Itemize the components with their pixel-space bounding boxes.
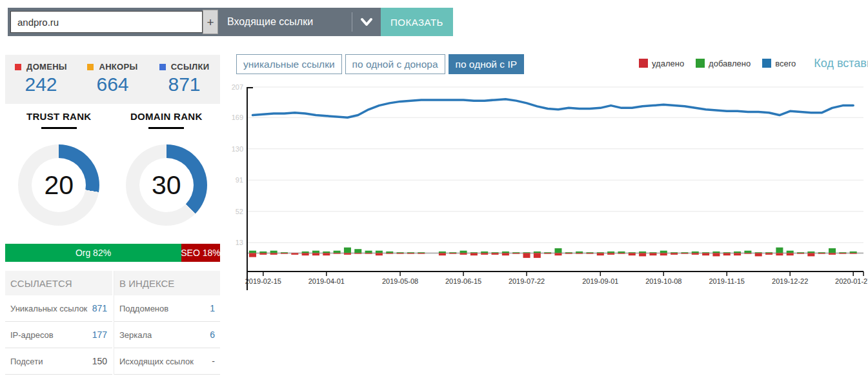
svg-text:91: 91: [236, 176, 243, 184]
svg-text:2019-11-15: 2019-11-15: [709, 277, 745, 285]
summary-label: ССЫЛКИ: [171, 62, 210, 72]
links-marker-icon: [159, 64, 166, 70]
refers-header: ССЫЛАЕТСЯ: [5, 271, 112, 295]
svg-text:169: 169: [232, 114, 243, 121]
svg-text:2019-09-01: 2019-09-01: [582, 277, 618, 285]
search-bar: + Входящие ссылки ПОКАЗАТЬ: [8, 8, 453, 36]
added-marker-icon: [696, 59, 705, 68]
legend-label: всего: [775, 59, 796, 68]
table-row: IP-адресов 177: [5, 322, 112, 348]
links-dynamics-chart: 2071691309152132019-02-152019-04-012019-…: [229, 79, 868, 293]
table-row: Исходящих ссылок -: [114, 348, 220, 375]
row-value[interactable]: 177: [92, 330, 107, 340]
row-label: Исходящих ссылок: [119, 357, 194, 366]
refers-column: ССЫЛАЕТСЯ Уникальных ссылок 871 IP-адрес…: [5, 271, 112, 375]
domains-marker-icon: [15, 64, 21, 70]
domain-rank-value: 30: [126, 144, 207, 226]
org-segment: Org 82%: [5, 244, 181, 262]
tab-one-per-donor[interactable]: по одной с донора: [345, 54, 445, 74]
summary-item-links: ССЫЛКИ 871: [148, 55, 220, 104]
summary-value: 242: [5, 74, 77, 95]
tab-one-per-ip[interactable]: по одной с IP: [449, 54, 525, 74]
chart-mode-tabs: уникальные ссылки по одной с донора по о…: [236, 54, 527, 74]
summary-item-anchors: АНКОРЫ 664: [77, 55, 148, 104]
removed-marker-icon: [639, 59, 648, 68]
svg-text:2019-04-01: 2019-04-01: [308, 277, 345, 285]
trust-rank-title: TRUST RANK: [5, 111, 113, 122]
row-label: Зеркала: [119, 330, 152, 340]
domain-rank-title: DOMAIN RANK: [113, 111, 221, 122]
summary-item-domains: ДОМЕНЫ 242: [5, 55, 77, 104]
index-header: В ИНДЕКСЕ: [114, 271, 220, 295]
svg-text:2019-12-22: 2019-12-22: [772, 277, 808, 285]
summary-value: 664: [77, 74, 148, 95]
chart-legend: удалено добавлено всего Код вставки: [639, 55, 868, 72]
svg-text:130: 130: [232, 145, 243, 153]
legend-item-added: добавлено: [696, 59, 751, 68]
rank-titles: TRUST RANK DOMAIN RANK: [5, 111, 220, 129]
summary-label: АНКОРЫ: [99, 62, 137, 72]
title-underline: [41, 127, 77, 129]
legend-item-total: всего: [762, 59, 796, 68]
show-button[interactable]: ПОКАЗАТЬ: [381, 8, 453, 36]
svg-text:2019-10-08: 2019-10-08: [645, 277, 681, 285]
row-label: Поддоменов: [119, 304, 168, 313]
summary-stats-panel: ДОМЕНЫ 242 АНКОРЫ 664 ССЫЛКИ 871: [5, 55, 220, 104]
embed-code-link[interactable]: Код вставки: [814, 57, 868, 70]
table-row: Поддоменов 1: [114, 295, 220, 322]
row-label: IP-адресов: [10, 330, 54, 340]
index-column: В ИНДЕКСЕ Поддоменов 1 Зеркала 6 Исходящ…: [114, 271, 220, 375]
title-underline: [148, 127, 184, 129]
row-value[interactable]: 6: [210, 330, 215, 340]
domain-input[interactable]: [10, 11, 203, 33]
anchors-marker-icon: [87, 64, 94, 70]
chevron-down-icon[interactable]: [352, 8, 381, 36]
row-value: -: [212, 356, 215, 366]
legend-item-removed: удалено: [639, 59, 684, 68]
table-row: Зеркала 6: [114, 322, 220, 348]
svg-text:2019-05-08: 2019-05-08: [382, 277, 418, 285]
report-type-select[interactable]: Входящие ссылки: [227, 16, 313, 28]
trust-rank-donut: 20: [18, 144, 99, 226]
tab-unique-links[interactable]: уникальные ссылки: [236, 54, 342, 74]
row-label: Подсети: [10, 357, 43, 366]
trust-rank-value: 20: [18, 144, 99, 226]
svg-text:13: 13: [236, 239, 243, 246]
svg-text:2019-06-15: 2019-06-15: [445, 277, 481, 285]
svg-text:52: 52: [236, 208, 243, 215]
rank-gauges: 20 30: [5, 144, 220, 226]
org-seo-bar: Org 82% SEO 18%: [5, 244, 220, 262]
legend-label: удалено: [652, 59, 684, 68]
backlinks-dashboard: + Входящие ссылки ПОКАЗАТЬ ДОМЕНЫ 242 АН…: [0, 0, 868, 385]
svg-text:2020-01-27: 2020-01-27: [835, 277, 868, 285]
summary-label: ДОМЕНЫ: [26, 62, 67, 72]
table-row: Уникальных ссылок 871: [5, 295, 112, 322]
row-label: Уникальных ссылок: [10, 304, 87, 313]
row-value: 150: [92, 356, 107, 366]
svg-text:2019-02-15: 2019-02-15: [245, 277, 281, 285]
row-value[interactable]: 1: [210, 303, 215, 313]
seo-segment: SEO 18%: [181, 244, 220, 262]
total-marker-icon: [762, 59, 771, 68]
table-row: Подсети 150: [5, 348, 112, 375]
domain-rank-donut: 30: [126, 144, 207, 226]
row-value[interactable]: 871: [92, 303, 107, 313]
add-domain-button[interactable]: +: [203, 10, 218, 34]
svg-text:2019-07-22: 2019-07-22: [509, 277, 545, 285]
svg-text:207: 207: [232, 83, 243, 91]
details-table: ССЫЛАЕТСЯ Уникальных ссылок 871 IP-адрес…: [5, 271, 220, 375]
summary-value: 871: [148, 74, 220, 95]
legend-label: добавлено: [709, 59, 751, 68]
